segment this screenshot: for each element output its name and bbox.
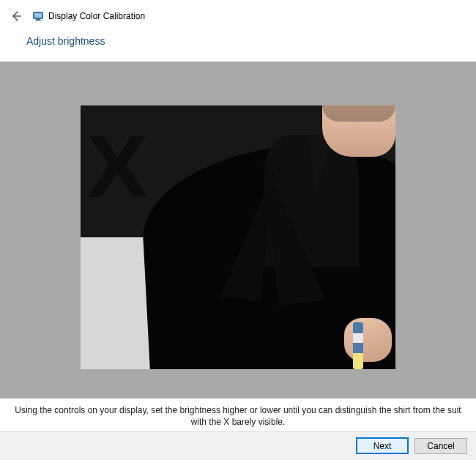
cancel-button[interactable]: Cancel <box>414 438 467 454</box>
window-title: Display Color Calibration <box>48 11 145 21</box>
page-heading-area: Adjust brightness <box>0 32 476 62</box>
svg-rect-2 <box>34 13 42 18</box>
svg-rect-4 <box>35 20 41 21</box>
title-bar: Display Color Calibration <box>0 0 476 32</box>
page-heading: Adjust brightness <box>26 35 450 47</box>
svg-rect-3 <box>37 19 40 20</box>
brightness-sample-image: X <box>81 105 395 369</box>
instruction-text: Using the controls on your display, set … <box>0 401 476 428</box>
display-calibration-icon <box>32 10 44 22</box>
content-area: X <box>0 62 476 398</box>
back-arrow-icon <box>10 10 22 22</box>
next-button[interactable]: Next <box>356 437 409 454</box>
sample-x-glyph: X <box>86 116 145 217</box>
back-button[interactable] <box>7 7 25 25</box>
button-bar: Next Cancel <box>0 431 476 460</box>
